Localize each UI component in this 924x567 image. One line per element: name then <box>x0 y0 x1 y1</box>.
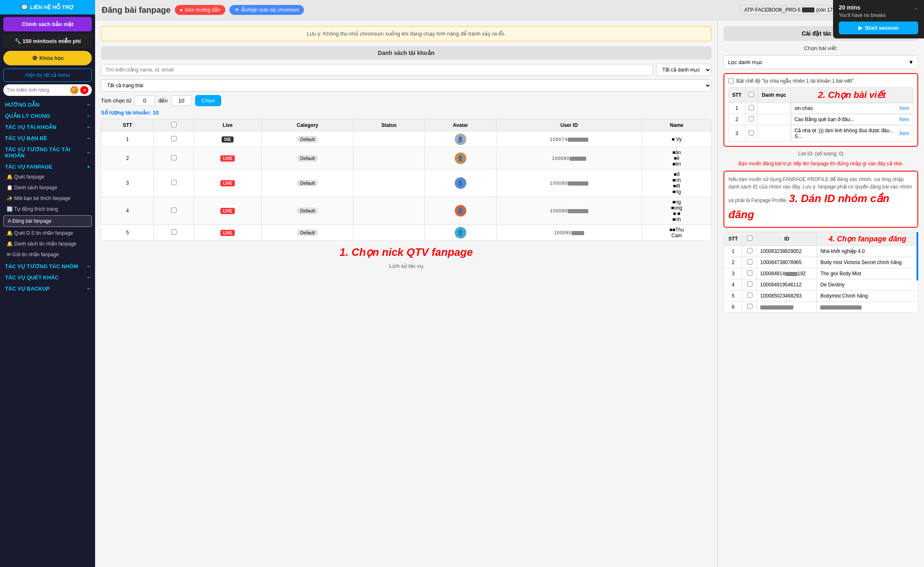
session-message: You'll have no breaks <box>839 12 918 18</box>
cell-check[interactable] <box>154 131 193 148</box>
sidebar-item-quet-ds-tin-nhan[interactable]: 🔔 Quét D.S tin nhắn fanpage <box>0 228 95 238</box>
guide-button[interactable]: ● Xem hướng dẫn <box>175 5 225 15</box>
fanpage-table-wrapper: STT ID 4. Chọn fanpage đăng 1 1000 <box>723 232 918 313</box>
search-account-input[interactable] <box>101 64 653 76</box>
category-dropdown[interactable]: Lọc danh mục ▼ <box>723 55 918 69</box>
sidebar-section-backup[interactable]: TÁC VỤ BACKUP− <box>0 282 95 293</box>
cell-name: ■ồ■nh■ết■ng <box>642 169 712 197</box>
cell-check[interactable] <box>154 169 193 197</box>
post-row: 1 xin chao Xem <box>729 103 913 114</box>
auto-mode-label: Bật chế độ "tự chia ngẫu nhiên 1 tài kho… <box>736 78 855 84</box>
cell-userid: 100080 <box>496 197 642 225</box>
table-row: 5 LIVE Default 👤 100085 ■■ThuCam <box>101 225 712 241</box>
sidebar-item-tu-dong-thich[interactable]: 🔄 Tự động thích trang <box>0 204 95 214</box>
cell-live: LIVE <box>193 148 262 169</box>
session-popup-top: 20 mins ⌄ <box>839 4 918 11</box>
security-button[interactable]: Chính sách bảo mật <box>3 17 92 31</box>
show-menu-button[interactable]: Hiện thị tất cả menu <box>3 69 92 82</box>
main-content: Đăng bài fanpage ● Xem hướng dẫn 👁 Ẩn/hi… <box>95 0 924 567</box>
cell-category: Default <box>262 197 353 225</box>
sidebar-section-tac-vu-tai-khoan[interactable]: TÁC VỤ TÀI KHOẢN− <box>0 121 95 132</box>
sidebar-section-nhom[interactable]: TÁC VỤ TƯƠNG TÁC NHÓM− <box>0 260 95 271</box>
fp-col-stt: STT <box>724 232 743 246</box>
auto-mode-checkbox[interactable] <box>728 78 734 83</box>
view-post-1[interactable]: Xem <box>899 105 910 111</box>
col-avatar: Avatar <box>425 119 496 131</box>
sidebar-section-quan-ly-chung[interactable]: QUẢN LÝ CHUNG− <box>0 110 95 121</box>
cell-check[interactable] <box>154 197 193 225</box>
avatar: 👤 <box>455 152 466 164</box>
post-row: 2 Cao Bằng quê bạn ở đâu... Xem <box>729 114 913 125</box>
post-selection-box: Bật chế độ "tự chia ngẫu nhiên 1 tài kho… <box>723 73 918 147</box>
choose-post-label: Chọn bài viết: <box>723 45 918 51</box>
col-userid: User ID <box>496 119 642 131</box>
avatar: 👤 <box>455 227 466 238</box>
fp-col-id: ID <box>757 232 817 246</box>
choose-button[interactable]: Chọn <box>195 95 222 106</box>
fanpage-table: STT ID 4. Chọn fanpage đăng 1 1000 <box>723 232 918 313</box>
minitools-label: 150 minitools miễn phí <box>23 38 81 44</box>
minitools-button[interactable]: 🔧 150 minitools miễn phí <box>3 34 92 48</box>
page-title: Đăng bài fanpage <box>102 5 171 15</box>
cell-check[interactable] <box>154 148 193 169</box>
avatar: 👤 <box>455 205 466 217</box>
to-input[interactable] <box>171 95 192 106</box>
search-input[interactable] <box>7 87 69 93</box>
status-filter-select[interactable]: Tất cả trạng thái <box>101 79 712 92</box>
group-id-textarea[interactable]: Nếu bạn muốn sử dụng FANPAGE PROFILE để … <box>723 171 918 228</box>
top-bar: Đăng bài fanpage ● Xem hướng dẫn 👁 Ẩn/hi… <box>95 0 924 20</box>
sidebar-item-danh-sach-tin-nhan[interactable]: 🔔 Danh sách tin nhắn fanpage <box>0 238 95 249</box>
course-button[interactable]: 🎓 Khóa học <box>3 51 92 65</box>
cell-category: Default <box>262 148 353 169</box>
search-clear-icon[interactable]: ✕ <box>80 86 88 94</box>
post-col-stt: STT <box>729 88 745 103</box>
play-icon: ▶ <box>858 25 862 31</box>
cell-name: ■ân■ê■ên <box>642 148 712 169</box>
count-row: Tích chọn từ đến Chọn <box>101 95 712 106</box>
table-row: 4 LIVE Default 👤 100080 ■ng■ong■ ■■nh <box>101 197 712 225</box>
avatar: 👤 <box>455 177 466 189</box>
account-count-row: Số lượng tài khoản: 10 <box>101 110 712 116</box>
cell-check[interactable] <box>154 225 193 241</box>
sidebar-item-dang-bai-fanpage[interactable]: A Đăng bài fanpage <box>3 215 92 227</box>
fp-col-check[interactable] <box>743 232 757 246</box>
sidebar-item-danh-sach-fanpage[interactable]: 📋 Danh sách fanpage <box>0 182 95 193</box>
search-icon[interactable]: 🔍 <box>70 86 79 94</box>
table-row: 3 LIVE Default 👤 100080 ■ồ■nh■ết■ng <box>101 169 712 197</box>
sidebar-section-tac-vu-ban-be[interactable]: TÁC VỤ BẠN BÈ− <box>0 132 95 143</box>
view-post-3[interactable]: Xem <box>899 131 910 136</box>
cell-stt: 4 <box>101 197 154 225</box>
cell-status <box>353 225 425 241</box>
cell-status <box>353 148 425 169</box>
from-input[interactable] <box>134 95 155 106</box>
select-all-checkbox[interactable] <box>171 122 177 127</box>
sidebar-item-moi-ban-be[interactable]: ✨ Mời bạn bè thích fanpage <box>0 193 95 204</box>
sidebar-item-quet-fanpage[interactable]: 🔔 Quét fanpage <box>0 172 95 182</box>
select-from-label: Tích chọn từ <box>101 98 131 104</box>
fanpage-row: 2 100084738078965 Body mist Victoria Sec… <box>724 257 918 268</box>
sidebar-section-quet-khac[interactable]: TÁC VỤ QUÉT KHÁC− <box>0 271 95 282</box>
post-col-check[interactable] <box>745 88 757 103</box>
sidebar-section-tuong-tac-tai-khoan[interactable]: TÁC VỤ TƯƠNG TÁC TÀI KHOẢN− <box>0 143 95 160</box>
sidebar-section-fanpage[interactable]: TÁC VỤ FANPAGE+ <box>0 160 95 172</box>
account-table: STT Live Category Status Avatar User ID … <box>101 119 712 241</box>
avatar: 👤 <box>455 133 466 145</box>
start-session-button[interactable]: ▶ Start session <box>839 21 918 34</box>
minitools-icon: 🔧 <box>14 38 21 44</box>
no-fanpage-warning: Bạn muốn đăng bài trực tiếp lên fanpage … <box>723 161 918 167</box>
col-checkbox[interactable] <box>154 119 193 131</box>
col-category: Category <box>262 119 353 131</box>
view-post-2[interactable]: Xem <box>899 117 910 122</box>
step1-label: 1. Chọn nick QTV fanpage <box>101 246 712 259</box>
table-row: 1 DIE Default 👤 100074 ■ Vy <box>101 131 712 148</box>
fanpage-row: 3 100084814192 The gioi Body Mist <box>724 268 918 279</box>
col-status: Status <box>353 119 425 131</box>
cell-live: DIE <box>193 131 262 148</box>
support-button[interactable]: 💬 LIÊN HỆ HỖ TRỢ <box>0 0 95 14</box>
hide-chromium-button[interactable]: 👁 Ẩn/hiện toàn bộ chromium <box>229 5 304 15</box>
sidebar-section-huong-dan[interactable]: HƯỚNG DẪN− <box>0 98 95 110</box>
category-filter-select[interactable]: Tất cả danh mục <box>656 64 712 76</box>
right-panel: Cài đặt tác vụ Chọn bài viết: Lọc danh m… <box>717 20 924 567</box>
sidebar-item-gui-tin-nhan[interactable]: ✉ Gửi tin nhắn fanpage <box>0 249 95 260</box>
cell-userid: 100080 <box>496 148 642 169</box>
